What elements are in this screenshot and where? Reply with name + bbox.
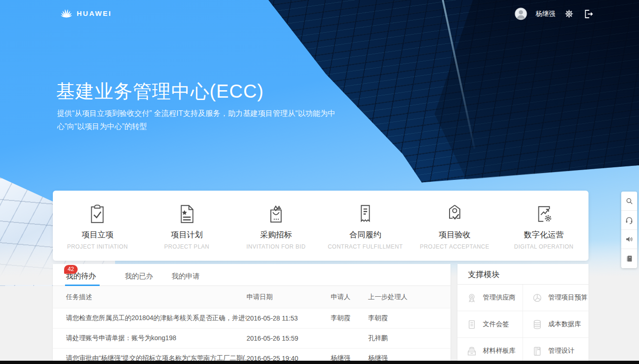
- module-project-acceptance[interactable]: 项目验收 PROJECT ACCEPTANCE: [410, 191, 499, 261]
- table-row[interactable]: 请处理账号申请单据：账号为kong198 2016-05-26 15:59 孔祥…: [53, 328, 450, 349]
- support-item-cost-database[interactable]: 成本数据库: [523, 311, 588, 338]
- todo-tabbar: 42 我的待办 我的已办 我的申请: [53, 264, 450, 286]
- support-item-suppliers[interactable]: 管理供应商: [457, 285, 523, 311]
- module-label-zh: 采购招标: [260, 229, 292, 240]
- module-label-en: PROJECT INITIATION: [67, 243, 128, 250]
- support-item-label: 材料样板库: [483, 347, 516, 355]
- module-label-en: DIGITAL OPERATION: [514, 243, 574, 250]
- top-bar: HUAWEI 杨继强: [0, 0, 639, 29]
- module-label-en: PROJECT ACCEPTANCE: [420, 243, 489, 250]
- module-label-en: INVITATION FOR BID: [247, 243, 306, 250]
- module-label-zh: 合同履约: [349, 229, 381, 240]
- support-hotline-button[interactable]: [621, 211, 637, 230]
- support-grid: 管理供应商 管理项目预算 文件会签: [457, 285, 588, 364]
- design-book-icon: [531, 345, 543, 357]
- task-date: 2016-05-28 11:53: [247, 314, 331, 322]
- guide-button[interactable]: [621, 249, 637, 268]
- support-item-design[interactable]: 管理设计: [523, 338, 588, 364]
- support-item-label: 管理供应商: [483, 293, 516, 302]
- support-item-label: 成本数据库: [548, 320, 581, 328]
- database-icon: [531, 319, 543, 330]
- module-project-initiation[interactable]: 项目立项 PROJECT INITIATION: [53, 191, 142, 261]
- document-icon: [466, 319, 478, 330]
- support-modules-panel: 支撑模块 管理供应商 管理项目预算: [457, 264, 588, 361]
- module-label-zh: 项目计划: [171, 229, 203, 240]
- module-project-plan[interactable]: 项目计划 PROJECT PLAN: [142, 191, 232, 261]
- process-modules-card: 项目立项 PROJECT INITIATION 项目计划 PROJECT PLA…: [53, 191, 588, 261]
- module-label-en: PROJECT PLAN: [164, 243, 209, 250]
- task-description: 请处理账号申请单据：账号为kong198: [53, 334, 247, 343]
- headset-icon: [624, 215, 634, 225]
- task-prev-handler: 孔祥鹏: [368, 334, 437, 343]
- archive-icon: [466, 345, 478, 357]
- support-panel-title: 支撑模块: [457, 264, 588, 285]
- task-date: 2016-05-26 15:59: [247, 335, 331, 342]
- bottom-black-strip: [0, 361, 639, 364]
- module-label-zh: 项目立项: [81, 229, 113, 240]
- active-tab-underline: [65, 285, 100, 286]
- gear-icon[interactable]: [564, 8, 574, 19]
- module-invitation-for-bid[interactable]: 采购招标 INVITATION FOR BID: [232, 191, 321, 261]
- receipt-icon: [355, 203, 376, 225]
- task-description: 请您检查您所属员工的201804的津贴考核关系是否正确，并进行修...: [53, 314, 247, 322]
- module-contract-fulfillment[interactable]: 合同履约 CONTRACT FULFILLMENT: [320, 191, 410, 261]
- avatar-icon[interactable]: [515, 7, 527, 20]
- todo-panel: 42 我的待办 我的已办 我的申请 任务描述 申请日期 申请人 上一步处理人 请…: [53, 264, 450, 361]
- support-item-countersign[interactable]: 文件会签: [457, 311, 523, 338]
- huawei-flower-icon: [59, 7, 73, 19]
- audio-button[interactable]: [621, 230, 637, 249]
- notebook-icon: [625, 254, 634, 263]
- tag-check-icon: [444, 203, 465, 225]
- side-toolbar: [621, 192, 637, 268]
- table-row[interactable]: 请您检查您所属员工的201804的津贴考核关系是否正确，并进行修... 2016…: [53, 308, 450, 328]
- pie-chart-icon: [531, 292, 543, 304]
- medal-icon: [466, 292, 478, 304]
- todo-table-header: 任务描述 申请日期 申请人 上一步处理人: [53, 286, 450, 308]
- support-item-material-samples[interactable]: 材料样板库: [457, 338, 523, 364]
- clipboard-check-icon: [87, 203, 108, 225]
- page-title: 基建业务管理中心(ECC): [56, 79, 264, 104]
- speaker-icon: [624, 235, 634, 244]
- module-digital-operation[interactable]: 数字化运营 DIGITAL OPERATION: [499, 191, 588, 261]
- task-applicant: 李朝霞: [331, 314, 368, 322]
- shopping-bag-icon: [265, 203, 287, 225]
- todo-count-badge: 42: [64, 265, 78, 274]
- huawei-logo: HUAWEI: [59, 7, 112, 19]
- search-button[interactable]: [621, 192, 637, 211]
- plan-document-icon: [176, 203, 197, 225]
- module-label-en: CONTRACT FULFILLMENT: [328, 243, 403, 250]
- user-cluster: 杨继强: [515, 7, 594, 20]
- huawei-logo-text: HUAWEI: [77, 9, 112, 17]
- column-header-prev-handler: 上一步处理人: [368, 293, 437, 301]
- support-item-label: 管理项目预算: [548, 293, 588, 302]
- chart-gear-icon: [533, 203, 555, 225]
- module-label-zh: 数字化运营: [524, 229, 564, 240]
- page-subtitle: 提供“从项目立项到验收交付” 全流程IT支持及服务，助力基建项目管理从“以功能为…: [57, 107, 341, 133]
- logout-icon[interactable]: [583, 8, 594, 20]
- user-name[interactable]: 杨继强: [536, 10, 555, 18]
- search-icon: [625, 197, 634, 206]
- module-label-zh: 项目验收: [439, 229, 471, 240]
- support-item-label: 管理设计: [548, 347, 574, 355]
- support-item-budget[interactable]: 管理项目预算: [523, 285, 588, 311]
- column-header-date: 申请日期: [247, 293, 331, 301]
- column-header-task: 任务描述: [53, 293, 247, 301]
- task-prev-handler: 李朝霞: [368, 314, 437, 322]
- support-item-label: 文件会签: [483, 320, 509, 328]
- tab-my-done[interactable]: 我的已办: [125, 264, 153, 286]
- tab-my-requests[interactable]: 我的申请: [172, 264, 200, 286]
- page: HUAWEI 杨继强: [0, 0, 639, 364]
- column-header-applicant: 申请人: [331, 293, 368, 301]
